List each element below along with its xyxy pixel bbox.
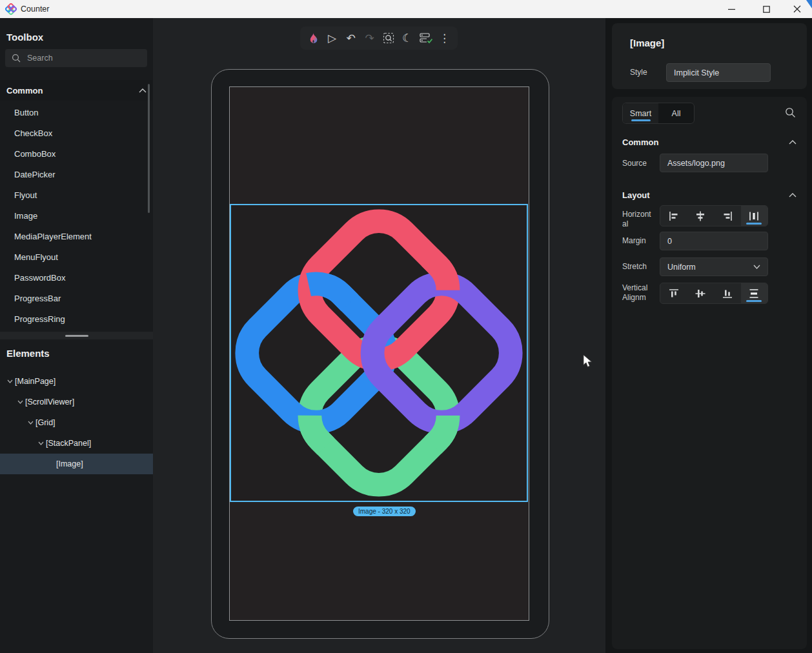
align-right-icon [722, 210, 733, 222]
selected-element-title: [Image] [630, 37, 664, 48]
toolbox-search-input[interactable] [27, 54, 130, 63]
toolbox-item-flyout[interactable]: Flyout [0, 185, 153, 205]
toolbox-item-combobox[interactable]: ComboBox [0, 143, 153, 164]
search-icon [12, 54, 21, 63]
tree-item-grid[interactable]: [Grid] [0, 412, 153, 433]
properties-search-icon[interactable] [785, 107, 796, 118]
close-icon [793, 5, 801, 13]
chevron-up-icon [789, 193, 797, 197]
hot-design-flame-button[interactable] [305, 30, 322, 46]
margin-label: Margin [622, 236, 646, 245]
toolbox-item-image[interactable]: Image [0, 205, 153, 226]
mouse-cursor [583, 354, 593, 368]
redo-icon: ↷ [365, 32, 374, 45]
chevron-down-icon[interactable] [36, 441, 46, 445]
align-v-center-button[interactable] [687, 283, 715, 303]
toolbox-item-progressring[interactable]: ProgressRing [0, 308, 153, 329]
properties-card: Smart All Common Source Assets/logo.png … [612, 97, 807, 649]
toolbox-item-passwordbox[interactable]: PasswordBox [0, 267, 153, 288]
ellipsis-icon: ⋮ [439, 32, 450, 45]
section-layout[interactable]: Layout [622, 188, 797, 201]
window-title: Counter [21, 5, 49, 14]
toolbox-item-checkbox[interactable]: CheckBox [0, 123, 153, 143]
properties-panel: [Image] Style Implicit Style Smart All C… [605, 18, 812, 653]
splitter-grip [65, 335, 88, 337]
align-h-left-button[interactable] [660, 206, 687, 226]
moon-icon: ☾ [402, 32, 412, 45]
design-toolbar: ▷ ↶ ↷ ☾ ⋮ [300, 26, 458, 50]
margin-input[interactable]: 0 [660, 232, 768, 250]
stretch-label: Stretch [622, 262, 647, 271]
align-v-stretch-button[interactable] [741, 283, 768, 303]
chevron-down-icon [753, 265, 760, 269]
tree-item-mainpage[interactable]: [MainPage] [0, 371, 153, 392]
undo-icon: ↶ [346, 32, 355, 45]
redo-button[interactable]: ↷ [361, 30, 378, 46]
design-canvas[interactable]: ▷ ↶ ↷ ☾ ⋮ [153, 18, 605, 653]
properties-tab-group: Smart All [622, 103, 695, 124]
maximize-button[interactable] [751, 0, 781, 18]
chevron-up-icon [789, 140, 797, 145]
toolbox-section-common[interactable]: Common [0, 80, 153, 101]
titlebar: Counter [0, 0, 812, 18]
align-bottom-icon [722, 288, 733, 299]
toolbox-item-datepicker[interactable]: DatePicker [0, 164, 153, 185]
tree-item-stackpanel[interactable]: [StackPanel] [0, 433, 153, 454]
toolbox-title: Toolbox [6, 32, 43, 43]
toolbox-search-box[interactable] [5, 49, 147, 67]
tree-item-scrollviewer[interactable]: [ScrollViewer] [0, 392, 153, 412]
zoom-selection-icon [383, 32, 394, 44]
align-v-bottom-button[interactable] [714, 283, 741, 303]
play-button[interactable]: ▷ [324, 30, 341, 46]
style-input[interactable]: Implicit Style [666, 63, 771, 82]
align-stretch-v-icon [748, 288, 760, 299]
selected-align-underline [746, 300, 762, 302]
app-window: Counter Toolbox Common Button [0, 0, 812, 653]
selected-align-underline [746, 223, 762, 225]
logo-ring-purple [358, 269, 525, 436]
close-button[interactable] [782, 0, 812, 18]
vertical-alignment-group [660, 283, 768, 304]
more-options-button[interactable]: ⋮ [436, 30, 453, 46]
chevron-down-icon[interactable] [15, 400, 25, 404]
toolbox-section-label: Common [6, 86, 139, 95]
toolbox-panel: Toolbox Common Button CheckBox ComboBox … [0, 18, 153, 653]
align-h-right-button[interactable] [714, 206, 741, 226]
toolbox-item-button[interactable]: Button [0, 102, 153, 123]
selection-size-badge: Image - 320 x 320 [353, 507, 416, 516]
undo-button[interactable]: ↶ [343, 30, 360, 46]
horizontal-alignment-label: Horizontal [622, 210, 652, 229]
validation-button[interactable] [418, 30, 434, 46]
minimize-button[interactable] [716, 0, 746, 18]
selected-image-element[interactable] [230, 204, 528, 502]
play-icon: ▷ [328, 32, 336, 45]
align-middle-icon [695, 288, 706, 299]
align-h-center-button[interactable] [687, 206, 715, 226]
align-v-top-button[interactable] [660, 283, 687, 303]
horizontal-alignment-group [660, 205, 768, 226]
selection-header-card: [Image] Style Implicit Style [612, 23, 807, 89]
theme-toggle-button[interactable]: ☾ [399, 30, 416, 46]
elements-title: Elements [6, 348, 50, 359]
align-top-icon [668, 288, 680, 299]
align-h-stretch-button[interactable] [741, 206, 768, 226]
panel-splitter[interactable] [0, 332, 153, 339]
source-input[interactable]: Assets/logo.png [660, 154, 768, 172]
validation-check-icon [420, 32, 432, 44]
tab-smart[interactable]: Smart [623, 103, 658, 123]
active-tab-underline [631, 119, 651, 121]
stretch-dropdown[interactable]: Uniform [660, 257, 768, 276]
tab-all[interactable]: All [658, 103, 694, 123]
section-common[interactable]: Common [622, 136, 797, 148]
vertical-alignment-label: Vertical Alignm [622, 283, 656, 303]
chevron-down-icon[interactable] [25, 421, 36, 425]
tree-item-image-selected[interactable]: [Image] [0, 454, 153, 474]
align-stretch-h-icon [748, 210, 760, 222]
toolbox-item-progressbar[interactable]: ProgressBar [0, 288, 153, 308]
chevron-down-icon[interactable] [5, 379, 15, 383]
toolbox-item-menuflyout[interactable]: MenuFlyout [0, 246, 153, 267]
focus-selection-button[interactable] [380, 30, 397, 46]
chevron-up-icon [139, 88, 147, 93]
toolbox-item-mediaplayerelement[interactable]: MediaPlayerElement [0, 226, 153, 246]
minimize-icon [728, 6, 735, 13]
